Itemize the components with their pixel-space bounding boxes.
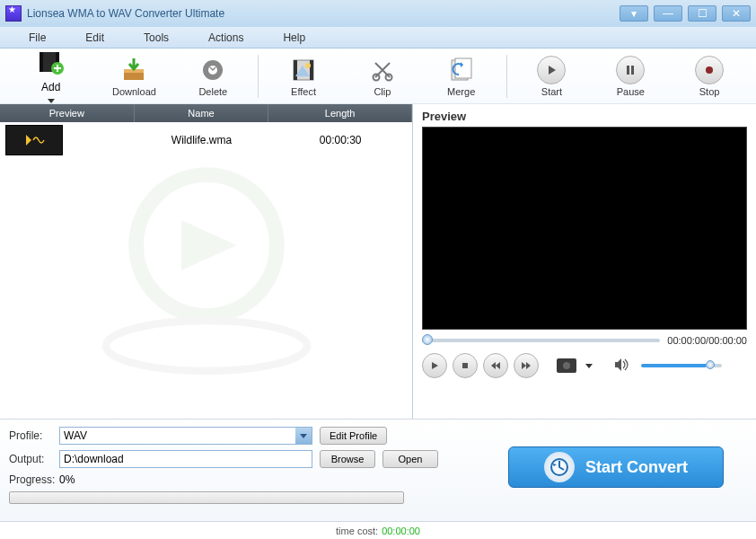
snapshot-dropdown-caret-icon[interactable] — [585, 364, 593, 368]
seek-bar[interactable] — [422, 339, 660, 342]
column-length[interactable]: Length — [268, 104, 412, 122]
time-cost-label: time cost: — [336, 526, 378, 536]
svg-point-10 — [305, 63, 311, 68]
delete-icon — [198, 56, 227, 84]
pause-icon — [616, 56, 645, 84]
svg-point-19 — [106, 321, 307, 371]
toolbar-separator — [258, 55, 259, 98]
output-path-input[interactable]: D:\download — [59, 450, 312, 468]
preview-stop-button[interactable] — [453, 353, 478, 378]
volume-handle[interactable] — [706, 360, 715, 369]
start-convert-label: Start Convert — [585, 458, 688, 477]
file-name: Wildlife.wma — [135, 134, 269, 146]
menu-tools[interactable]: Tools — [124, 31, 189, 44]
title-bar: Lionsea WMA to WAV Converter Ultimate ▾ … — [0, 0, 756, 27]
add-dropdown-caret-icon — [48, 99, 55, 103]
menu-file[interactable]: File — [9, 31, 66, 44]
convert-icon — [544, 452, 575, 482]
svg-rect-16 — [631, 66, 634, 75]
play-icon — [537, 56, 566, 84]
start-label: Start — [541, 86, 562, 97]
file-thumbnail — [5, 125, 63, 155]
delete-button[interactable]: Delete — [173, 51, 252, 102]
file-list-pane: Preview Name Length Wildlife.wma 00:00:3… — [0, 104, 413, 419]
add-film-icon — [37, 49, 66, 75]
svg-point-17 — [706, 66, 713, 74]
preview-forward-button[interactable] — [514, 353, 539, 378]
pause-label: Pause — [617, 86, 645, 97]
merge-button[interactable]: Merge — [422, 51, 501, 102]
close-window-button[interactable]: ✕ — [722, 5, 751, 22]
dropdown-window-button[interactable]: ▾ — [620, 5, 648, 22]
timecode: 00:00:00/00:00:00 — [667, 335, 747, 346]
profile-dropdown-button[interactable] — [295, 428, 312, 444]
volume-icon[interactable] — [614, 358, 630, 375]
menu-actions[interactable]: Actions — [189, 31, 263, 44]
progress-bar — [9, 491, 404, 504]
svg-rect-1 — [40, 52, 43, 72]
column-name[interactable]: Name — [135, 104, 269, 122]
output-label: Output: — [9, 453, 59, 465]
download-button[interactable]: Download — [95, 51, 174, 102]
volume-bar[interactable] — [641, 364, 722, 367]
column-preview[interactable]: Preview — [0, 104, 135, 122]
svg-rect-21 — [462, 363, 468, 368]
seek-handle[interactable] — [422, 334, 433, 345]
preview-pane: Preview 00:00:00/00:00:00 — [413, 104, 756, 419]
file-length: 00:00:30 — [268, 134, 412, 146]
add-label: Add — [41, 81, 60, 93]
preview-play-button[interactable] — [422, 353, 447, 378]
record-icon — [695, 56, 724, 84]
open-button[interactable]: Open — [382, 450, 438, 468]
watermark-icon — [0, 122, 412, 419]
download-label: Download — [112, 86, 156, 97]
menu-bar: File Edit Tools Actions Help — [0, 27, 756, 49]
snapshot-button[interactable] — [557, 358, 576, 373]
svg-rect-9 — [310, 60, 313, 80]
start-convert-button[interactable]: Start Convert — [508, 446, 724, 488]
merge-label: Merge — [447, 86, 475, 97]
add-button[interactable]: Add — [7, 51, 95, 102]
delete-label: Delete — [198, 86, 227, 97]
profile-label: Profile: — [9, 429, 59, 442]
effect-label: Effect — [291, 86, 316, 97]
list-header: Preview Name Length — [0, 104, 412, 122]
stop-toolbar-button[interactable]: Stop — [670, 51, 749, 102]
time-cost-value: 00:00:00 — [382, 526, 420, 536]
toolbar: Add Download Delete Effect Clip Merge — [0, 49, 756, 104]
svg-rect-15 — [627, 66, 629, 75]
preview-label: Preview — [422, 110, 747, 123]
window-title: Lionsea WMA to WAV Converter Ultimate — [27, 7, 620, 20]
progress-value: 0% — [59, 473, 75, 486]
status-bar: time cost: 00:00:00 — [0, 521, 756, 539]
profile-value: WAV — [64, 429, 87, 442]
preview-rewind-button[interactable] — [483, 353, 508, 378]
maximize-window-button[interactable]: ☐ — [688, 5, 716, 22]
list-body[interactable]: Wildlife.wma 00:00:30 — [0, 122, 412, 419]
menu-help[interactable]: Help — [263, 31, 325, 44]
menu-edit[interactable]: Edit — [66, 31, 124, 44]
app-logo-icon — [5, 5, 22, 22]
toolbar-separator — [506, 55, 507, 98]
effect-button[interactable]: Effect — [264, 51, 343, 102]
progress-label: Progress: — [9, 473, 59, 486]
clip-label: Clip — [374, 86, 391, 97]
preview-video[interactable] — [422, 127, 747, 330]
stop-label: Stop — [699, 86, 720, 97]
profile-combo[interactable]: WAV — [59, 427, 312, 445]
download-icon — [119, 56, 148, 84]
list-row[interactable]: Wildlife.wma 00:00:30 — [0, 122, 412, 158]
svg-rect-8 — [294, 60, 297, 80]
effect-icon — [289, 56, 318, 84]
clip-button[interactable]: Clip — [343, 51, 422, 102]
edit-profile-button[interactable]: Edit Profile — [320, 427, 387, 445]
minimize-window-button[interactable]: — — [654, 5, 682, 22]
pause-button[interactable]: Pause — [591, 51, 670, 102]
merge-icon — [447, 56, 476, 84]
clip-scissors-icon — [368, 56, 397, 84]
start-button[interactable]: Start — [513, 51, 592, 102]
browse-button[interactable]: Browse — [320, 450, 375, 468]
bottom-panel: Profile: WAV Edit Profile Output: D:\dow… — [0, 419, 756, 521]
